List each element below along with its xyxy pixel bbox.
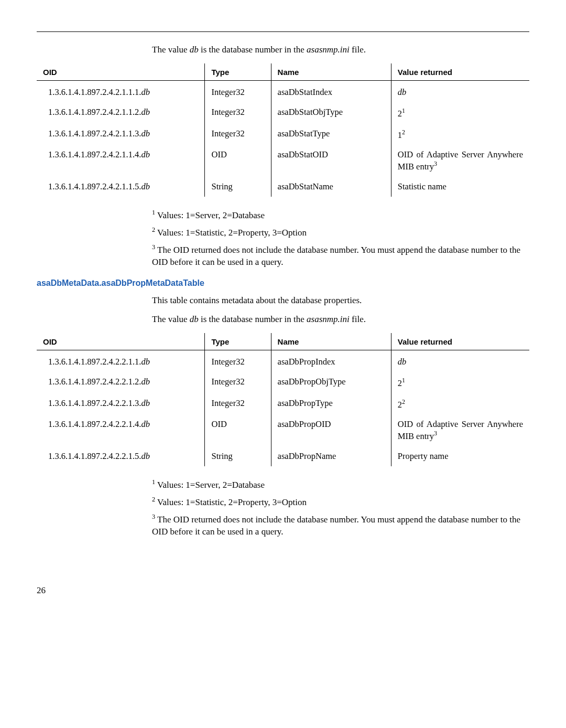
text: is the database number in the — [199, 314, 307, 324]
table-row: 1.3.6.1.4.1.897.2.4.2.2.1.5.dbStringasaD… — [37, 446, 529, 466]
section-heading: asaDbMetaData.asaDbPropMetaDataTable — [37, 279, 529, 288]
cell-type: Integer32 — [205, 124, 271, 145]
table2-caption: The value db is the database number in t… — [152, 314, 529, 325]
table-asaDbStat: OID Type Name Value returned 1.3.6.1.4.1… — [37, 63, 529, 197]
header-rule — [37, 31, 529, 32]
footnote-1: 1 Values: 1=Server, 2=Database — [152, 208, 529, 221]
cell-value: 21 — [391, 372, 529, 393]
db-var: db — [190, 314, 199, 324]
cell-value: db — [391, 350, 529, 372]
table2-footnotes: 1 Values: 1=Server, 2=Database 2 Values:… — [152, 478, 529, 538]
file-var: asasnmp.ini — [307, 45, 350, 55]
cell-oid: 1.3.6.1.4.1.897.2.4.2.2.1.1.db — [37, 350, 205, 372]
cell-name: asaDbPropIndex — [271, 350, 391, 372]
footnote-3: 3 The OID returned does not include the … — [152, 512, 529, 538]
footnote-3: 3 The OID returned does not include the … — [152, 243, 529, 269]
col-header-oid: OID — [37, 63, 205, 81]
cell-oid: 1.3.6.1.4.1.897.2.4.2.2.1.2.db — [37, 372, 205, 393]
table-row: 1.3.6.1.4.1.897.2.4.2.2.1.2.dbInteger32a… — [37, 372, 529, 393]
page-number: 26 — [37, 585, 529, 596]
col-header-type: Type — [205, 63, 271, 81]
table-row: 1.3.6.1.4.1.897.2.4.2.2.1.3.dbInteger32a… — [37, 393, 529, 415]
cell-name: asaDbPropName — [271, 446, 391, 466]
footnote-text: The OID returned does not include the da… — [152, 515, 520, 537]
col-header-name: Name — [271, 333, 391, 350]
cell-name: asaDbStatIndex — [271, 81, 391, 103]
table-row: 1.3.6.1.4.1.897.2.4.2.1.1.1.dbInteger32a… — [37, 81, 529, 103]
col-header-value: Value returned — [391, 333, 529, 350]
cell-name: asaDbStatObjType — [271, 102, 391, 124]
footnote-text: Values: 1=Statistic, 2=Property, 3=Optio… — [155, 227, 307, 237]
table-row: 1.3.6.1.4.1.897.2.4.2.1.1.2.dbInteger32a… — [37, 102, 529, 124]
cell-value: OID of Adaptive Server Anywhere MIB entr… — [391, 414, 529, 446]
cell-value: 12 — [391, 124, 529, 145]
cell-type: Integer32 — [205, 393, 271, 415]
cell-type: String — [205, 177, 271, 197]
footnote-text: The OID returned does not include the da… — [152, 244, 520, 266]
cell-name: asaDbPropType — [271, 393, 391, 415]
table1-caption: The value db is the database number in t… — [152, 45, 529, 55]
cell-name: asaDbPropOID — [271, 414, 391, 446]
table-asaDbProp: OID Type Name Value returned 1.3.6.1.4.1… — [37, 333, 529, 466]
text: The value — [152, 45, 190, 55]
cell-oid: 1.3.6.1.4.1.897.2.4.2.1.1.5.db — [37, 177, 205, 197]
cell-type: Integer32 — [205, 81, 271, 103]
cell-oid: 1.3.6.1.4.1.897.2.4.2.2.1.3.db — [37, 393, 205, 415]
cell-type: String — [205, 446, 271, 466]
table-row: 1.3.6.1.4.1.897.2.4.2.1.1.5.dbStringasaD… — [37, 177, 529, 197]
cell-value: OID of Adaptive Server Anywhere MIB entr… — [391, 145, 529, 177]
file-var: asasnmp.ini — [307, 314, 350, 324]
footnote-2: 2 Values: 1=Statistic, 2=Property, 3=Opt… — [152, 495, 529, 508]
footnote-text: Values: 1=Server, 2=Database — [155, 479, 265, 489]
cell-name: asaDbPropObjType — [271, 372, 391, 393]
col-header-name: Name — [271, 63, 391, 81]
footnote-2: 2 Values: 1=Statistic, 2=Property, 3=Opt… — [152, 226, 529, 239]
table-row: 1.3.6.1.4.1.897.2.4.2.2.1.1.dbInteger32a… — [37, 350, 529, 372]
col-header-type: Type — [205, 333, 271, 350]
cell-value: Property name — [391, 446, 529, 466]
cell-type: Integer32 — [205, 102, 271, 124]
cell-oid: 1.3.6.1.4.1.897.2.4.2.1.1.1.db — [37, 81, 205, 103]
text: is the database number in the — [199, 45, 307, 55]
cell-value: db — [391, 81, 529, 103]
text: The value — [152, 314, 190, 324]
cell-name: asaDbStatOID — [271, 145, 391, 177]
cell-type: Integer32 — [205, 372, 271, 393]
text: file. — [350, 314, 366, 324]
cell-type: OID — [205, 145, 271, 177]
cell-type: OID — [205, 414, 271, 446]
cell-type: Integer32 — [205, 350, 271, 372]
cell-oid: 1.3.6.1.4.1.897.2.4.2.1.1.3.db — [37, 124, 205, 145]
text: file. — [350, 45, 366, 55]
col-header-value: Value returned — [391, 63, 529, 81]
cell-value: 22 — [391, 393, 529, 415]
table-row: 1.3.6.1.4.1.897.2.4.2.2.1.4.dbOIDasaDbPr… — [37, 414, 529, 446]
table-row: 1.3.6.1.4.1.897.2.4.2.1.1.3.dbInteger32a… — [37, 124, 529, 145]
cell-oid: 1.3.6.1.4.1.897.2.4.2.2.1.5.db — [37, 446, 205, 466]
table1-footnotes: 1 Values: 1=Server, 2=Database 2 Values:… — [152, 208, 529, 269]
table-row: 1.3.6.1.4.1.897.2.4.2.1.1.4.dbOIDasaDbSt… — [37, 145, 529, 177]
cell-value: 21 — [391, 102, 529, 124]
db-var: db — [190, 45, 199, 55]
table-header-row: OID Type Name Value returned — [37, 63, 529, 81]
table-header-row: OID Type Name Value returned — [37, 333, 529, 350]
cell-oid: 1.3.6.1.4.1.897.2.4.2.1.1.4.db — [37, 145, 205, 177]
cell-oid: 1.3.6.1.4.1.897.2.4.2.1.1.2.db — [37, 102, 205, 124]
col-header-oid: OID — [37, 333, 205, 350]
footnote-1: 1 Values: 1=Server, 2=Database — [152, 478, 529, 491]
cell-value: Statistic name — [391, 177, 529, 197]
cell-name: asaDbStatName — [271, 177, 391, 197]
footnote-text: Values: 1=Server, 2=Database — [155, 210, 265, 220]
cell-name: asaDbStatType — [271, 124, 391, 145]
section-intro: This table contains metadata about the d… — [152, 295, 529, 306]
footnote-text: Values: 1=Statistic, 2=Property, 3=Optio… — [155, 497, 307, 507]
cell-oid: 1.3.6.1.4.1.897.2.4.2.2.1.4.db — [37, 414, 205, 446]
